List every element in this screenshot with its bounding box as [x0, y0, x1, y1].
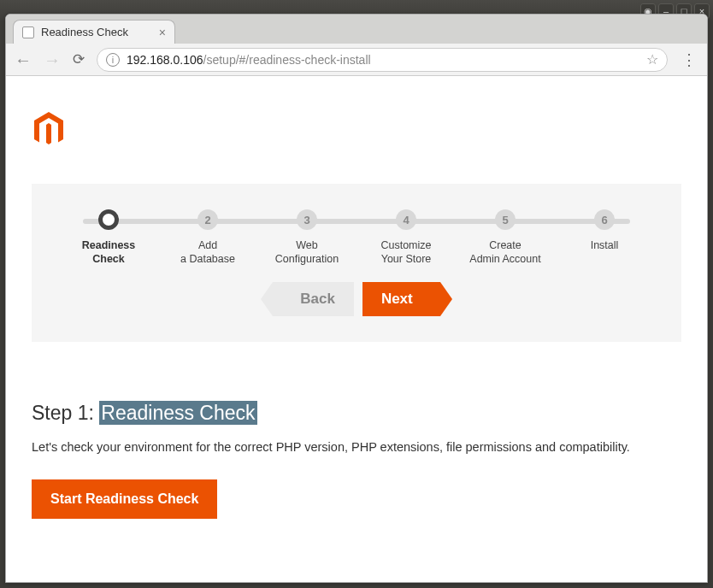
step-label: Readiness Check [82, 238, 136, 267]
step-circle: 5 [495, 209, 516, 230]
setup-step[interactable]: 5Create Admin Account [463, 209, 548, 267]
step-circle: 6 [594, 209, 615, 230]
close-tab-icon[interactable]: × [159, 26, 166, 38]
progress-panel: Readiness Check2Add a Database3Web Confi… [32, 184, 681, 342]
setup-step[interactable]: Readiness Check [66, 209, 151, 267]
browser-toolbar: ← → ⟳ i 192.168.0.106/setup/#/readiness-… [6, 44, 707, 76]
step-label: Create Admin Account [469, 238, 540, 267]
reload-icon[interactable]: ⟳ [73, 50, 85, 68]
step-circle [98, 209, 119, 230]
step-circle: 4 [396, 209, 416, 230]
site-info-icon[interactable]: i [106, 53, 120, 67]
setup-step[interactable]: 2Add a Database [165, 209, 250, 267]
address-bar[interactable]: i 192.168.0.106/setup/#/readiness-check-… [97, 48, 668, 72]
next-button[interactable]: Next [362, 282, 440, 316]
favicon [22, 26, 34, 38]
setup-step[interactable]: 4Customize Your Store [363, 209, 449, 267]
step-label: Web Configuration [275, 238, 339, 267]
step-heading: Step 1: Readiness Check [32, 402, 681, 425]
url-path: /setup/#/readiness-check-install [203, 53, 371, 67]
step-heading-highlight: Readiness Check [99, 401, 256, 425]
url-host: 192.168.0.106 [127, 53, 203, 67]
step-circle: 3 [297, 209, 317, 230]
wizard-nav-buttons: Back Next [66, 282, 647, 316]
tab-title: Readiness Check [41, 26, 128, 38]
step-circle: 2 [197, 209, 218, 230]
browser-window: Readiness Check × ← → ⟳ i 192.168.0.106/… [5, 14, 708, 583]
back-icon[interactable]: ← [15, 51, 32, 68]
start-readiness-check-button[interactable]: Start Readiness Check [32, 479, 217, 519]
step-label: Install [591, 238, 619, 252]
bookmark-star-icon[interactable]: ☆ [646, 51, 658, 68]
forward-icon: → [44, 51, 61, 68]
back-button[interactable]: Back [273, 282, 354, 316]
browser-tab[interactable]: Readiness Check × [13, 20, 175, 44]
step-label: Customize Your Store [380, 238, 431, 267]
browser-menu-icon[interactable]: ⋮ [680, 50, 698, 69]
setup-steps: Readiness Check2Add a Database3Web Confi… [66, 209, 647, 267]
setup-step[interactable]: 3Web Configuration [264, 209, 350, 267]
setup-step[interactable]: 6Install [562, 209, 647, 267]
step-description: Let's check your environment for the cor… [32, 440, 681, 454]
magento-logo [32, 110, 681, 150]
step-label: Add a Database [180, 238, 235, 267]
browser-tabstrip: Readiness Check × [6, 15, 707, 44]
page-content: Readiness Check2Add a Database3Web Confi… [6, 76, 707, 582]
step-heading-prefix: Step 1: [32, 402, 99, 424]
